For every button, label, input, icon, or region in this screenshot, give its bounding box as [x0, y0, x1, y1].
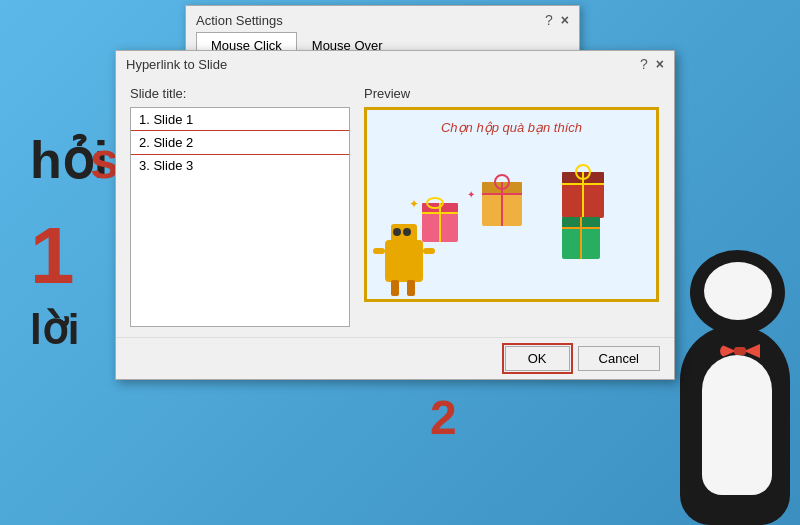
slide-list-item-2[interactable]: 2. Slide 2: [131, 131, 349, 154]
hyperlink-help-icon[interactable]: ?: [640, 56, 648, 72]
action-settings-controls: ? ×: [545, 12, 569, 28]
hyperlink-left-panel: Slide title: 1. Slide 1 2. Slide 2 3. Sl…: [130, 86, 350, 327]
action-settings-title: Action Settings: [196, 13, 283, 28]
svg-rect-23: [373, 248, 385, 254]
slide-title-label: Slide title:: [130, 86, 350, 101]
bg-text-loi: lời: [30, 305, 79, 354]
hyperlink-title: Hyperlink to Slide: [126, 57, 227, 72]
preview-box: Chọn hộp quà bạn thích: [364, 107, 659, 302]
slide-list-item-3[interactable]: 3. Slide 3: [131, 154, 349, 177]
preview-label: Preview: [364, 86, 660, 101]
hyperlink-cancel-button[interactable]: Cancel: [578, 346, 660, 371]
preview-gifts-svg: ✦ ✦: [367, 110, 659, 302]
hyperlink-ok-button[interactable]: OK: [505, 346, 570, 371]
svg-rect-24: [423, 248, 435, 254]
svg-point-21: [393, 228, 401, 236]
action-settings-titlebar: Action Settings ? ×: [186, 6, 579, 32]
hyperlink-dialog-controls: ? ×: [640, 56, 664, 72]
annotation-number-2: 2: [430, 390, 457, 445]
hyperlink-content: Slide title: 1. Slide 1 2. Slide 2 3. Sl…: [130, 86, 660, 327]
hyperlink-footer: OK Cancel: [116, 337, 674, 379]
hyperlink-to-slide-dialog: Hyperlink to Slide ? × Slide title: 1. S…: [115, 50, 675, 380]
penguin-decoration: [660, 265, 800, 525]
svg-text:✦: ✦: [467, 189, 475, 200]
hyperlink-titlebar: Hyperlink to Slide ? ×: [116, 51, 674, 76]
svg-text:✦: ✦: [409, 197, 419, 211]
slide-list-item-1[interactable]: 1. Slide 1: [131, 108, 349, 131]
svg-rect-19: [385, 240, 423, 282]
svg-point-22: [403, 228, 411, 236]
hyperlink-close-icon[interactable]: ×: [656, 56, 664, 72]
action-settings-close-icon[interactable]: ×: [561, 12, 569, 28]
hyperlink-body: Slide title: 1. Slide 1 2. Slide 2 3. Sl…: [116, 76, 674, 337]
svg-rect-26: [407, 280, 415, 296]
action-settings-help-icon[interactable]: ?: [545, 12, 553, 28]
hyperlink-right-panel: Preview Chọn hộp quà bạn thích: [364, 86, 660, 327]
bg-number-1: 1: [30, 210, 75, 302]
svg-rect-25: [391, 280, 399, 296]
slide-list: 1. Slide 1 2. Slide 2 3. Slide 3: [130, 107, 350, 327]
